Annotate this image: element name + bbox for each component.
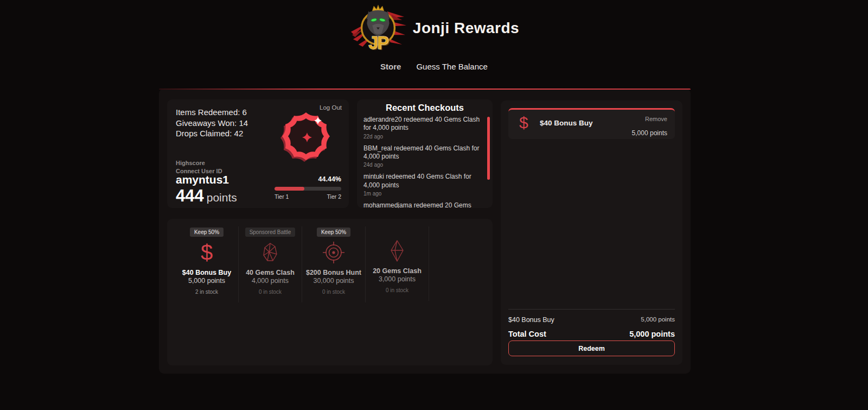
- highscore-label: Highscore: [176, 159, 222, 167]
- gems-cluster-icon: [239, 240, 302, 265]
- checkout-text: mohammedjama redeemed 20 Gems Clash for …: [363, 201, 484, 208]
- total-cost-points: 5,000 points: [629, 330, 675, 338]
- gem-icon: [366, 238, 429, 263]
- profile-stats: Items Redeemed: 6 Giveaways Won: 14 Drop…: [176, 107, 248, 139]
- list-item: mintuki redeemed 40 Gems Clash for 4,000…: [363, 173, 484, 197]
- keep-50-badge: Keep 50%: [317, 228, 350, 237]
- main-container: Log Out Items Redeemed: 6 Giveaways Won:…: [159, 89, 691, 374]
- stat-drops-claimed: Drops Claimed: 42: [176, 128, 248, 139]
- recent-checkouts-title: Recent Checkouts: [357, 103, 493, 113]
- header: JP JP Jonji Rewards: [0, 0, 868, 56]
- page: JP JP Jonji Rewards Store Guess The Bala…: [0, 0, 868, 410]
- tier-badge-icon: [279, 109, 333, 163]
- cart-divider: [508, 309, 675, 310]
- page-title: Jonji Rewards: [413, 20, 519, 37]
- item-name: 40 Gems Clash: [239, 268, 302, 277]
- brand-logo: JP JP: [349, 4, 407, 55]
- profile-panel: Log Out Items Redeemed: 6 Giveaways Won:…: [167, 99, 349, 208]
- cart-total-row: Total Cost 5,000 points: [508, 330, 675, 338]
- checkout-time: 1m ago: [363, 191, 484, 197]
- sponsored-battle-badge: Sponsored Battle: [245, 228, 296, 237]
- crosshair-icon: [302, 240, 365, 265]
- stat-giveaways-won: Giveaways Won: 14: [176, 118, 248, 129]
- item-points: 4,000 points: [239, 277, 302, 285]
- item-stock: 0 in stock: [366, 287, 429, 293]
- username: amyntus1: [176, 173, 229, 186]
- points-value: 444: [176, 186, 204, 205]
- checkout-text: adlerandre20 redeemed 40 Gems Clash for …: [363, 116, 484, 133]
- store-item-20-gems-clash[interactable]: 20 Gems Clash 3,000 points 0 in stock: [366, 226, 429, 301]
- dollar-icon: $: [175, 240, 238, 265]
- item-points: 3,000 points: [366, 275, 429, 283]
- main-nav: Store Guess The Balance: [0, 62, 868, 71]
- checkout-text: mintuki redeemed 40 Gems Clash for 4,000…: [363, 173, 484, 190]
- tier-2-label: Tier 2: [327, 193, 341, 200]
- cart-item-card: $ $40 Bonus Buy Remove 5,000 points: [508, 108, 675, 139]
- list-item: adlerandre20 redeemed 40 Gems Clash for …: [363, 116, 484, 140]
- store-items-panel: Keep 50% $ $40 Bonus Buy 5,000 points 2 …: [167, 219, 493, 365]
- checkouts-scrollbar[interactable]: [487, 117, 490, 180]
- item-points: 5,000 points: [175, 277, 238, 285]
- item-name: $200 Bonus Hunt: [302, 268, 365, 277]
- checkout-time: 22d ago: [363, 134, 484, 140]
- wolf-mascot-icon: JP JP: [349, 4, 407, 55]
- store-item-200-bonus-hunt[interactable]: Keep 50% $200 Bonus Hunt 30,000 points 0…: [302, 226, 366, 302]
- redeem-button[interactable]: Redeem: [508, 340, 675, 356]
- logo-monogram-text: JP: [368, 33, 388, 53]
- keep-50-badge: Keep 50%: [190, 228, 224, 237]
- cart-summary-row: $40 Bonus Buy 5,000 points: [508, 316, 675, 324]
- recent-checkouts-panel: Recent Checkouts adlerandre20 redeemed 4…: [357, 99, 493, 208]
- nav-tab-store[interactable]: Store: [380, 62, 401, 71]
- item-name: 20 Gems Clash: [366, 267, 429, 275]
- tier-1-label: Tier 1: [275, 193, 289, 200]
- stat-items-redeemed: Items Redeemed: 6: [176, 107, 248, 118]
- item-stock: 0 in stock: [302, 289, 365, 295]
- points-balance: 444points: [176, 186, 237, 206]
- cart-panel: $ $40 Bonus Buy Remove 5,000 points $40 …: [501, 100, 682, 365]
- remove-button[interactable]: Remove: [645, 116, 667, 122]
- list-item: BBM_real redeemed 40 Gems Clash for 4,00…: [363, 144, 484, 168]
- dollar-icon: $: [519, 115, 528, 131]
- checkout-time: 24d ago: [363, 162, 484, 168]
- cart-item-points: 5,000 points: [632, 129, 667, 137]
- item-stock: 2 in stock: [175, 289, 238, 295]
- tier-progress-percent: 44.44%: [318, 175, 341, 183]
- cart-item-name: $40 Bonus Buy: [540, 119, 593, 127]
- store-item-40-bonus-buy[interactable]: Keep 50% $ $40 Bonus Buy 5,000 points 2 …: [175, 226, 239, 302]
- list-item: mohammedjama redeemed 20 Gems Clash for …: [363, 201, 484, 208]
- tier-progress-bar: [275, 187, 341, 191]
- summary-item-name: $40 Bonus Buy: [508, 316, 554, 324]
- tier-progress-fill: [275, 187, 304, 191]
- item-stock: 0 in stock: [239, 289, 302, 295]
- checkout-list: adlerandre20 redeemed 40 Gems Clash for …: [357, 113, 493, 208]
- summary-item-points: 5,000 points: [641, 316, 675, 324]
- total-cost-label: Total Cost: [508, 330, 546, 338]
- points-unit: points: [207, 191, 237, 204]
- checkout-text: BBM_real redeemed 40 Gems Clash for 4,00…: [363, 144, 484, 161]
- item-points: 30,000 points: [302, 277, 365, 285]
- store-item-40-gems-clash[interactable]: Sponsored Battle 40 Gems Clash 4,000 poi…: [239, 226, 302, 302]
- item-name: $40 Bonus Buy: [175, 268, 238, 277]
- nav-tab-guess-the-balance[interactable]: Guess The Balance: [416, 62, 487, 71]
